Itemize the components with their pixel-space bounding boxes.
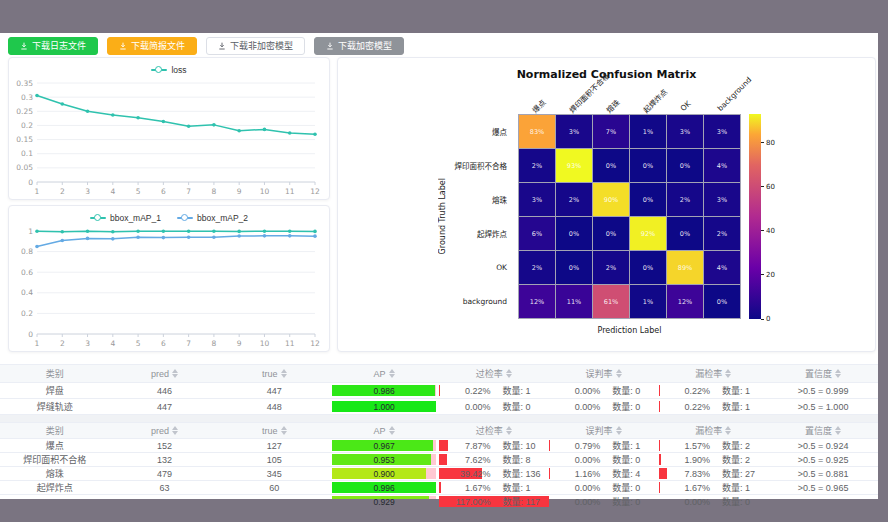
column-header-AP[interactable]: AP [329, 423, 439, 438]
y-tick-label: 熔珠 [358, 182, 514, 216]
misjudge-rate-cell: 0.00%数量: 0 [549, 383, 659, 398]
confidence-cell: >0.5 = 0.925 [768, 453, 878, 466]
true-cell: 448 [220, 399, 330, 414]
column-header-label: true [262, 369, 278, 379]
column-header-误判率[interactable]: 误判率 [549, 365, 659, 382]
legend-item-bbox_mAP_2[interactable]: bbox_mAP_2 [177, 213, 248, 223]
heatmap-cell: 89% [667, 251, 703, 284]
ap-cell: 0.900 [329, 467, 439, 480]
tick-mark [761, 142, 764, 143]
sort-carets-icon[interactable] [281, 426, 287, 435]
legend-item-bbox_mAP_1[interactable]: bbox_mAP_1 [90, 213, 161, 223]
svg-text:0.25: 0.25 [16, 107, 33, 116]
sort-carets-icon[interactable] [506, 426, 512, 435]
class-cell: 熔珠 [0, 467, 110, 480]
column-header-label: 置信度 [805, 424, 832, 437]
column-header-误判率[interactable]: 误判率 [549, 423, 659, 438]
rate-percent: 0.00% [552, 455, 600, 465]
heatmap-cell: 0% [704, 285, 740, 318]
ap-cell: 0.996 [329, 481, 439, 494]
rate-bar [659, 440, 661, 451]
svg-text:0.3: 0.3 [21, 93, 33, 102]
column-header-pred[interactable]: pred [110, 365, 220, 382]
sort-carets-icon[interactable] [835, 426, 841, 435]
rate-count: 数量: 1 [491, 384, 546, 397]
column-header-pred[interactable]: pred [110, 423, 220, 438]
heatmap-cell: 3% [519, 183, 555, 216]
sort-carets-icon[interactable] [281, 369, 287, 378]
x-tick-label: 爆点 [529, 97, 547, 115]
heatmap-cell: 7% [593, 115, 629, 148]
download-log-button[interactable]: 下载日志文件 [8, 37, 98, 55]
column-header-true[interactable]: true [220, 365, 330, 382]
svg-text:7: 7 [186, 339, 191, 348]
button-label: 下载日志文件 [32, 42, 86, 51]
table-separator [0, 415, 878, 422]
sort-carets-icon[interactable] [616, 426, 622, 435]
heatmap-cell: 0% [667, 149, 703, 182]
true-cell: 127 [220, 439, 330, 452]
heatmap-grid: 83%3%7%1%3%3%2%93%0%0%0%4%3%2%90%0%2%3%6… [518, 114, 741, 319]
rate-percent: 0.00% [442, 402, 490, 412]
heatmap-cell: 1% [630, 285, 666, 318]
column-header-过检率[interactable]: 过检率 [439, 365, 549, 382]
svg-text:5: 5 [136, 187, 141, 196]
download-encrypted-model-button[interactable]: 下载加密模型 [314, 37, 404, 55]
class-cell: 起焊炸点 [0, 481, 110, 494]
class-cell: 焊盘 [0, 383, 110, 398]
table-row: 爆点1521270.9677.87%数量: 100.79%数量: 11.57%数… [0, 439, 878, 453]
legend-item-loss[interactable]: loss [151, 65, 186, 75]
sort-carets-icon[interactable] [389, 369, 395, 378]
sort-carets-icon[interactable] [172, 369, 178, 378]
over-rate-cell: 0.00%数量: 0 [439, 399, 549, 414]
column-header-true[interactable]: true [220, 423, 330, 438]
download-unencrypted-model-button[interactable]: 下载非加密模型 [206, 37, 305, 55]
svg-text:10: 10 [260, 339, 270, 348]
rate-percent: 0.00% [552, 497, 600, 507]
confidence-cell: >0.5 = 0.881 [768, 467, 878, 480]
rate-percent: 7.83% [662, 469, 710, 479]
column-header-类别: 类别 [0, 365, 110, 382]
sort-carets-icon[interactable] [616, 369, 622, 378]
column-header-漏检率[interactable]: 漏检率 [659, 423, 769, 438]
column-header-漏检率[interactable]: 漏检率 [659, 365, 769, 382]
rate-bar [659, 454, 661, 465]
rate-bar [659, 482, 661, 493]
y-tick-label: 爆点 [358, 114, 514, 148]
heatmap-cell: 6% [519, 217, 555, 250]
column-header-置信度[interactable]: 置信度 [768, 423, 878, 438]
column-header-过检率[interactable]: 过检率 [439, 423, 549, 438]
column-header-label: true [262, 426, 278, 436]
heatmap-cell: 3% [556, 115, 592, 148]
svg-text:0.05: 0.05 [16, 163, 33, 172]
sort-carets-icon[interactable] [725, 426, 731, 435]
rate-percent: 1.16% [552, 469, 600, 479]
rate-count: 数量: 117 [491, 495, 546, 508]
column-header-AP[interactable]: AP [329, 365, 439, 382]
column-header-置信度[interactable]: 置信度 [768, 365, 878, 382]
svg-text:2: 2 [60, 187, 65, 196]
column-header-label: AP [374, 426, 386, 436]
over-rate-cell: 39.42%数量: 136 [439, 467, 549, 480]
rate-percent: 0.22% [442, 386, 490, 396]
sort-carets-icon[interactable] [725, 369, 731, 378]
window-chrome-right [878, 33, 888, 499]
misjudge-rate-cell: 0.00%数量: 0 [549, 495, 659, 508]
sort-carets-icon[interactable] [835, 369, 841, 378]
true-cell: 447 [220, 383, 330, 398]
sort-carets-icon[interactable] [506, 369, 512, 378]
rate-percent: 0.00% [552, 402, 600, 412]
confidence-cell: >0.5 = 0.999 [768, 383, 878, 398]
rate-count: 数量: 0 [600, 384, 655, 397]
sort-carets-icon[interactable] [172, 426, 178, 435]
download-report-button[interactable]: 下载简报文件 [107, 37, 197, 55]
rate-percent: 1.67% [662, 483, 710, 493]
heatmap-cell: 12% [519, 285, 555, 318]
svg-text:7: 7 [186, 187, 191, 196]
legend-marker-icon [90, 214, 106, 222]
bbox-map-line-chart: 00.20.40.60.81123456789101112 [9, 225, 327, 349]
rate-bar [549, 440, 550, 451]
window-chrome-top [0, 0, 888, 33]
misjudge-rate-cell: 0.00%数量: 0 [549, 481, 659, 494]
sort-carets-icon[interactable] [389, 426, 395, 435]
